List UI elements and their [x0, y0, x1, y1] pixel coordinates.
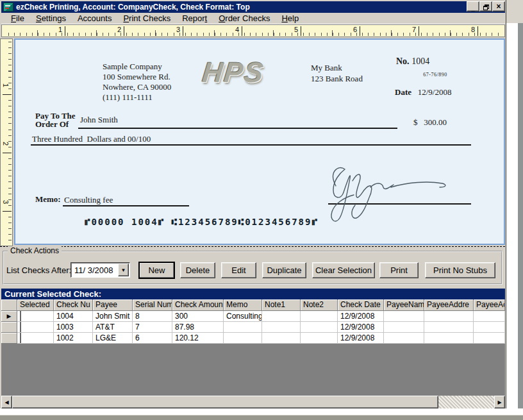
scroll-left-button[interactable]: ◀	[1, 396, 12, 408]
selected-cell	[17, 311, 54, 322]
row-selector	[1, 333, 17, 344]
print-button[interactable]: Print	[379, 262, 419, 278]
menu-accounts[interactable]: Accounts	[72, 13, 117, 24]
new-button[interactable]: New	[139, 262, 174, 278]
menu-order-checks[interactable]: Order Checks	[213, 13, 276, 24]
table-row[interactable]: 1003 AT&T 7 87.98 12/9/2008	[1, 322, 505, 333]
scroll-right-button[interactable]: ▶	[494, 396, 505, 408]
payee-ac-cell[interactable]	[474, 322, 505, 333]
menu-help[interactable]: Help	[276, 13, 304, 24]
menu-settings[interactable]: Settings	[30, 13, 72, 24]
column-header[interactable]: Selected	[17, 299, 54, 311]
clear-selection-button[interactable]: Clear Selection	[312, 262, 375, 278]
ruler-tick	[360, 26, 360, 36]
bank-street: 123 Bank Road	[311, 73, 363, 84]
scroll-right-icon: ▶	[497, 399, 501, 405]
ruler-number: 3	[167, 26, 180, 33]
column-header[interactable]: PayeeAc	[474, 299, 505, 311]
column-header[interactable]: Serial Num	[133, 299, 172, 311]
minimize-button[interactable]: _	[467, 1, 479, 12]
company-city: Nowhere, CA 90000	[103, 82, 171, 92]
column-header[interactable]: Note2	[301, 299, 338, 311]
ruler-tick	[124, 26, 124, 36]
menu-print-checks[interactable]: Print Checks	[117, 13, 176, 24]
print-no-stubs-button[interactable]: Print No Stubs	[425, 262, 495, 278]
payee-ac-cell[interactable]	[474, 333, 505, 344]
app-window: ezCheck Printing, Account: CompanyCheck,…	[0, 0, 506, 415]
column-header[interactable]: PayeeAddre	[424, 299, 474, 311]
check-date-cell[interactable]: 12/9/2008	[338, 322, 384, 333]
payee-cell[interactable]: AT&T	[93, 322, 133, 333]
check-date-cell[interactable]: 12/9/2008	[338, 311, 384, 322]
app-icon	[3, 3, 13, 12]
close-button[interactable]: ×	[492, 1, 505, 12]
scrollbar-thumb[interactable]	[12, 396, 438, 408]
horizontal-ruler: 1 2 3 4 5 6 7 8	[1, 24, 505, 37]
payee-cell[interactable]: LG&E	[93, 333, 133, 344]
payee-name-cell[interactable]	[384, 333, 424, 344]
amount-in-words: Three Hundred Dollars and 00/100	[32, 134, 151, 144]
column-header[interactable]: Payee	[93, 299, 133, 311]
menu-file[interactable]: File	[5, 13, 30, 24]
restore-icon	[483, 4, 489, 10]
restore-button[interactable]	[479, 1, 492, 12]
check-num-cell[interactable]: 1004	[54, 311, 93, 322]
payee-addr-cell[interactable]	[424, 322, 474, 333]
payee-cell[interactable]: John Smit	[93, 311, 133, 322]
payee-ac-cell[interactable]	[474, 311, 505, 322]
column-header[interactable]: Note1	[262, 299, 301, 311]
menu-report[interactable]: Report	[176, 13, 213, 24]
memo-cell[interactable]	[224, 333, 262, 344]
duplicate-button[interactable]: Duplicate	[262, 262, 306, 278]
current-row-arrow-icon: ▶	[7, 311, 12, 321]
row-checkbox[interactable]	[20, 322, 21, 332]
payee-addr-cell[interactable]	[424, 311, 474, 322]
note2-cell[interactable]	[301, 322, 338, 333]
delete-button[interactable]: Delete	[180, 262, 215, 278]
column-header[interactable]: PayeeName	[384, 299, 424, 311]
row-checkbox[interactable]	[20, 311, 21, 321]
serial-cell[interactable]: 7	[133, 322, 172, 333]
menu-bar: File Settings Accounts Print Checks Repo…	[1, 13, 505, 24]
payee-name-cell[interactable]	[384, 311, 424, 322]
note2-cell[interactable]	[301, 333, 338, 344]
column-header[interactable]: Check Nu	[54, 299, 93, 311]
check-num-cell[interactable]: 1002	[54, 333, 93, 344]
row-checkbox[interactable]	[20, 333, 21, 343]
note2-cell[interactable]	[301, 311, 338, 322]
selected-cell	[17, 322, 54, 333]
table-row[interactable]: 1002 LG&E 6 120.12 12/9/2008	[1, 333, 505, 344]
serial-cell[interactable]: 8	[133, 311, 172, 322]
note1-cell[interactable]	[262, 333, 301, 344]
horizontal-scrollbar[interactable]: ◀ ▶	[1, 396, 505, 408]
check-date-cell[interactable]: 12/9/2008	[338, 333, 384, 344]
serial-cell[interactable]: 6	[133, 333, 172, 344]
check-num-cell[interactable]: 1003	[54, 322, 93, 333]
ruler-number: 8	[462, 26, 475, 33]
ruler-number: 7	[403, 26, 416, 33]
company-name: Sample Company	[103, 62, 171, 72]
payee-addr-cell[interactable]	[424, 333, 474, 344]
ruler-tick	[301, 26, 301, 36]
column-header[interactable]: Memo	[224, 299, 262, 311]
note1-cell[interactable]	[262, 322, 301, 333]
date-filter-dropdown-button[interactable]: ▼	[118, 264, 129, 276]
ruler-tick	[3, 94, 12, 95]
scrollbar-track[interactable]	[438, 396, 494, 408]
memo-cell[interactable]	[224, 322, 262, 333]
current-row-indicator: ▶	[1, 311, 17, 322]
close-icon: ×	[496, 3, 501, 10]
table-row[interactable]: ▶ 1004 John Smit 8 300 Consulting 12/9/2…	[1, 311, 505, 322]
payee-name-cell[interactable]	[384, 322, 424, 333]
title-bar[interactable]: ezCheck Printing, Account: CompanyCheck,…	[1, 1, 505, 13]
edit-button[interactable]: Edit	[221, 262, 256, 278]
amount-cell[interactable]: 120.12	[172, 333, 224, 344]
memo-cell[interactable]: Consulting	[224, 311, 262, 322]
amount-cell[interactable]: 87.98	[172, 322, 224, 333]
date-filter-combobox[interactable]: 11/ 3/2008 ▼	[71, 262, 130, 278]
column-header[interactable]: Check Date	[338, 299, 384, 311]
chevron-down-icon: ▼	[121, 267, 126, 273]
note1-cell[interactable]	[262, 311, 301, 322]
column-header[interactable]: Check Amount	[172, 299, 224, 311]
amount-cell[interactable]: 300	[172, 311, 224, 322]
